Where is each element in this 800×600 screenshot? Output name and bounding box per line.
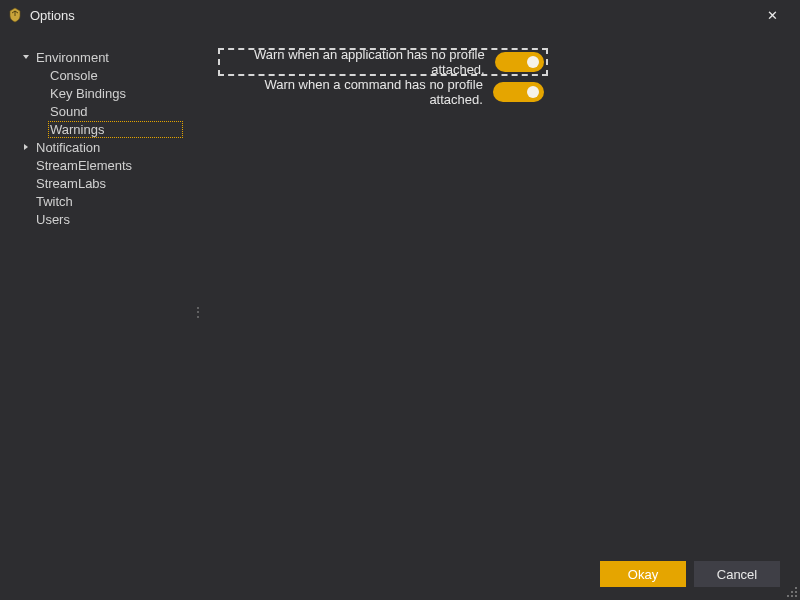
footer: Okay Cancel [0, 558, 800, 600]
chevron-down-icon[interactable] [20, 51, 32, 63]
sidebar-item-streamelements[interactable]: StreamElements [20, 156, 208, 174]
content-panel: Warn when an application has no profile … [208, 30, 800, 558]
option-warn-app-no-profile: Warn when an application has no profile … [218, 48, 548, 76]
sidebar-item-label: StreamLabs [34, 175, 108, 192]
main-area: Environment Console Key Bindings Sound W… [0, 30, 800, 558]
button-label: Cancel [717, 567, 757, 582]
titlebar: Options ✕ [0, 0, 800, 30]
sidebar-item-warnings[interactable]: Warnings [20, 120, 208, 138]
sidebar-item-label: Users [34, 211, 72, 228]
splitter-handle[interactable]: ⋮ [191, 304, 204, 320]
sidebar-item-console[interactable]: Console [20, 66, 208, 84]
cancel-button[interactable]: Cancel [694, 561, 780, 587]
resize-grip-icon[interactable] [784, 584, 798, 598]
sidebar-item-label: Key Bindings [48, 85, 128, 102]
sidebar-item-environment[interactable]: Environment [20, 48, 208, 66]
svg-point-4 [791, 595, 793, 597]
option-warn-command-no-profile: Warn when a command has no profile attac… [218, 78, 548, 106]
app-icon [6, 6, 24, 24]
close-icon: ✕ [767, 8, 778, 23]
sidebar-item-key-bindings[interactable]: Key Bindings [20, 84, 208, 102]
svg-point-3 [787, 595, 789, 597]
sidebar-item-label: Twitch [34, 193, 75, 210]
sidebar-item-notification[interactable]: Notification [20, 138, 208, 156]
svg-point-1 [791, 591, 793, 593]
window-title: Options [30, 8, 75, 23]
button-label: Okay [628, 567, 658, 582]
toggle-knob [527, 86, 539, 98]
toggle-knob [527, 56, 539, 68]
toggle-warn-command-no-profile[interactable] [493, 82, 544, 102]
sidebar-item-label: Sound [48, 103, 90, 120]
sidebar-item-users[interactable]: Users [20, 210, 208, 228]
sidebar-item-label: Console [48, 67, 100, 84]
close-button[interactable]: ✕ [752, 0, 792, 30]
svg-point-0 [795, 587, 797, 589]
chevron-right-icon[interactable] [20, 141, 32, 153]
option-label: Warn when an application has no profile … [222, 47, 485, 77]
sidebar-item-streamlabs[interactable]: StreamLabs [20, 174, 208, 192]
svg-point-5 [795, 595, 797, 597]
sidebar-item-twitch[interactable]: Twitch [20, 192, 208, 210]
sidebar-item-label: Warnings [48, 121, 183, 138]
option-label: Warn when a command has no profile attac… [222, 77, 483, 107]
sidebar-item-label: Notification [34, 139, 102, 156]
okay-button[interactable]: Okay [600, 561, 686, 587]
sidebar-item-label: StreamElements [34, 157, 134, 174]
sidebar-item-sound[interactable]: Sound [20, 102, 208, 120]
sidebar-item-label: Environment [34, 49, 111, 66]
sidebar: Environment Console Key Bindings Sound W… [0, 30, 208, 558]
svg-point-2 [795, 591, 797, 593]
toggle-warn-app-no-profile[interactable] [495, 52, 544, 72]
